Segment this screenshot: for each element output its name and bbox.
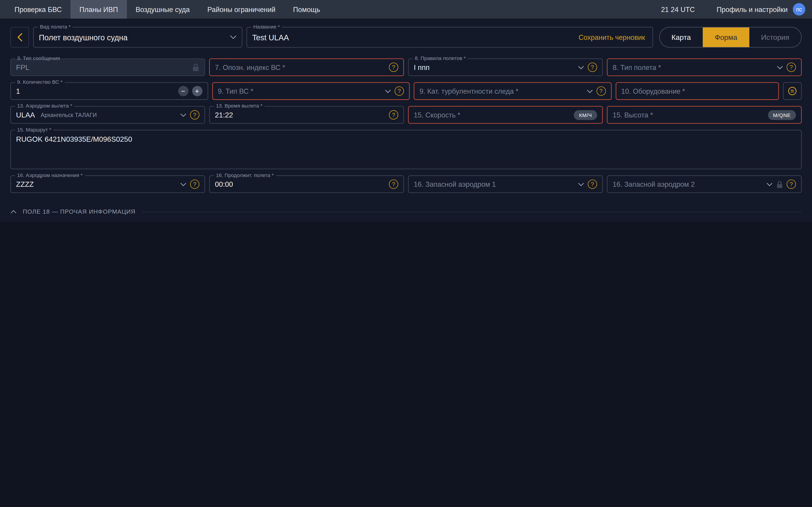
level-unit-badge[interactable]: M/QNE bbox=[768, 110, 796, 120]
profile-label: Профиль и настройки bbox=[717, 5, 788, 13]
help-icon[interactable] bbox=[190, 110, 199, 119]
field18-section-title: ПОЛЕ 18 — ПРОЧАЯ ИНФОРМАЦИЯ bbox=[23, 209, 136, 215]
lock-icon bbox=[192, 63, 199, 71]
departure-aerodrome-name: Архангельск ТАЛАГИ bbox=[41, 112, 177, 118]
flight-plan-page: Проверка БВС Планы ИВП Воздушные суда Ра… bbox=[0, 0, 812, 222]
departure-aerodrome-code: ULAA bbox=[16, 111, 35, 119]
list-icon bbox=[788, 87, 797, 96]
help-icon[interactable] bbox=[389, 179, 398, 189]
route-value: RUGOK 6421N03935E/M096S0250 bbox=[16, 135, 796, 144]
flight-type-placeholder: 8. Тип полета * bbox=[613, 63, 773, 71]
alternate-aerodrome1-select[interactable]: 16. Запасной аэродром 1 bbox=[408, 175, 603, 193]
nav-item-label: Планы ИВП bbox=[80, 5, 118, 13]
chevron-down-icon bbox=[578, 182, 584, 186]
save-draft-button[interactable]: Сохранить черновик bbox=[578, 33, 647, 41]
departure-aerodrome-label: 13. Аэродром вылета * bbox=[15, 103, 74, 109]
back-button[interactable] bbox=[10, 27, 29, 48]
nav-item-1[interactable]: Планы ИВП bbox=[71, 0, 127, 18]
departure-time-label: 13. Время вылета * bbox=[214, 103, 265, 109]
tab-history[interactable]: История bbox=[749, 27, 801, 47]
turbulence-category-select[interactable]: 9. Кат. турбулентности следа * bbox=[414, 82, 611, 100]
plus-button[interactable] bbox=[192, 86, 202, 96]
collapse-icon[interactable] bbox=[10, 210, 16, 214]
message-type-field: 3. Тип сообщения FPL bbox=[10, 58, 205, 76]
chevron-down-icon bbox=[587, 89, 593, 93]
nav-item-label: Воздушные суда bbox=[136, 5, 190, 13]
speed-placeholder: 15. Скорость * bbox=[414, 111, 570, 119]
alternate-aerodrome2-select[interactable]: 16. Запасной аэродром 2 bbox=[607, 175, 802, 193]
nav-items: Проверка БВС Планы ИВП Воздушные суда Ра… bbox=[0, 0, 329, 18]
help-icon[interactable] bbox=[389, 110, 398, 119]
minus-button[interactable] bbox=[178, 86, 188, 96]
chevron-down-icon bbox=[578, 65, 584, 69]
top-nav-right: 21 24 UTC Профиль и настройки пс bbox=[661, 0, 812, 18]
aircraft-type-select[interactable]: 9. Тип ВС * bbox=[212, 82, 410, 100]
speed-unit-badge[interactable]: КМ/Ч bbox=[574, 110, 597, 120]
chevron-down-icon bbox=[385, 89, 391, 93]
chevron-down-icon bbox=[766, 182, 773, 186]
lock-icon bbox=[776, 180, 783, 188]
flight-kind-label: Вид полета * bbox=[38, 24, 73, 30]
route-label: 15. Маршрут * bbox=[15, 127, 53, 133]
nav-item-0[interactable]: Проверка БВС bbox=[6, 0, 71, 18]
flight-rules-value: I ппп bbox=[414, 63, 574, 71]
nav-item-2[interactable]: Воздушные суда bbox=[127, 0, 199, 18]
nav-item-3[interactable]: Районы ограничений bbox=[198, 0, 284, 18]
help-icon[interactable] bbox=[596, 87, 606, 96]
flight-kind-value: Полет воздушного судна bbox=[39, 33, 226, 42]
departure-time-value: 21:22 bbox=[215, 111, 386, 119]
help-icon[interactable] bbox=[190, 179, 199, 189]
flight-duration-input[interactable]: 16. Продолжит. полета * 00:00 bbox=[209, 175, 404, 193]
chevron-down-icon bbox=[180, 182, 186, 186]
route-textarea[interactable]: 15. Маршрут * RUGOK 6421N03935E/M096S025… bbox=[10, 130, 802, 169]
aircraft-id-input[interactable]: 7. Опозн. индекс ВС * bbox=[209, 58, 404, 76]
equipment-placeholder: 10. Оборудование * bbox=[621, 87, 773, 95]
flight-type-select[interactable]: 8. Тип полета * bbox=[607, 58, 802, 76]
plan-name-input[interactable]: Название * Test ULAA Сохранить черновик bbox=[247, 27, 653, 48]
departure-time-input[interactable]: 13. Время вылета * 21:22 bbox=[209, 106, 404, 124]
nav-item-4[interactable]: Помощь bbox=[284, 0, 329, 18]
level-input[interactable]: 15. Высота * M/QNE bbox=[607, 106, 802, 124]
nav-item-label: Проверка БВС bbox=[14, 5, 62, 13]
equipment-input[interactable]: 10. Оборудование * bbox=[616, 82, 779, 100]
profile-menu[interactable]: Профиль и настройки пс bbox=[717, 3, 805, 16]
destination-aerodrome-select[interactable]: 16. Аэродром назначения * ZZZZ bbox=[10, 175, 205, 193]
view-switcher: Карта Форма История bbox=[659, 27, 802, 48]
nav-item-label: Районы ограничений bbox=[207, 5, 275, 13]
destination-aerodrome-label: 16. Аэродром назначения * bbox=[15, 172, 85, 178]
field18-section-header: ПОЛЕ 18 — ПРОЧАЯ ИНФОРМАЦИЯ bbox=[10, 209, 802, 215]
flight-rules-select[interactable]: 8. Правила полетов * I ппп bbox=[408, 58, 603, 76]
flight-duration-value: 00:00 bbox=[215, 180, 386, 188]
destination-aerodrome-value: ZZZZ bbox=[16, 180, 177, 188]
utc-clock: 21 24 UTC bbox=[661, 5, 695, 13]
avatar[interactable]: пс bbox=[793, 3, 805, 16]
flight-kind-select[interactable]: Вид полета * Полет воздушного судна bbox=[33, 27, 242, 48]
turbulence-category-placeholder: 9. Кат. турбулентности следа * bbox=[419, 87, 583, 95]
message-type-value: FPL bbox=[16, 63, 189, 71]
tab-form[interactable]: Форма bbox=[703, 27, 749, 47]
chevron-down-icon bbox=[230, 35, 237, 39]
aircraft-id-placeholder: 7. Опозн. индекс ВС * bbox=[215, 63, 386, 71]
speed-input[interactable]: 15. Скорость * КМ/Ч bbox=[408, 106, 603, 124]
equipment-list-button[interactable] bbox=[783, 82, 802, 100]
tab-map[interactable]: Карта bbox=[660, 27, 703, 47]
plan-name-value: Test ULAA bbox=[252, 33, 575, 42]
alternate-aerodrome1-placeholder: 16. Запасной аэродром 1 bbox=[414, 180, 574, 188]
help-icon[interactable] bbox=[786, 63, 796, 72]
help-icon[interactable] bbox=[395, 87, 404, 96]
section-divider bbox=[142, 211, 802, 212]
top-nav: Проверка БВС Планы ИВП Воздушные суда Ра… bbox=[0, 0, 812, 20]
level-placeholder: 15. Высота * bbox=[613, 111, 764, 119]
fpl-form: 3. Тип сообщения FPL 7. Опозн. индекс ВС… bbox=[0, 58, 812, 193]
help-icon[interactable] bbox=[389, 63, 398, 72]
back-chevron-icon bbox=[17, 33, 22, 42]
help-icon[interactable] bbox=[588, 179, 597, 189]
help-icon[interactable] bbox=[588, 63, 597, 72]
departure-aerodrome-select[interactable]: 13. Аэродром вылета * ULAA Архангельск Т… bbox=[10, 106, 205, 124]
flight-duration-label: 16. Продолжит. полета * bbox=[214, 172, 276, 178]
help-icon[interactable] bbox=[786, 179, 796, 189]
plan-name-label: Название * bbox=[251, 24, 282, 30]
aircraft-count-stepper[interactable]: 9. Количество ВС * 1 bbox=[10, 82, 208, 100]
aircraft-count-value: 1 bbox=[16, 87, 174, 95]
flight-rules-label: 8. Правила полетов * bbox=[413, 55, 468, 62]
